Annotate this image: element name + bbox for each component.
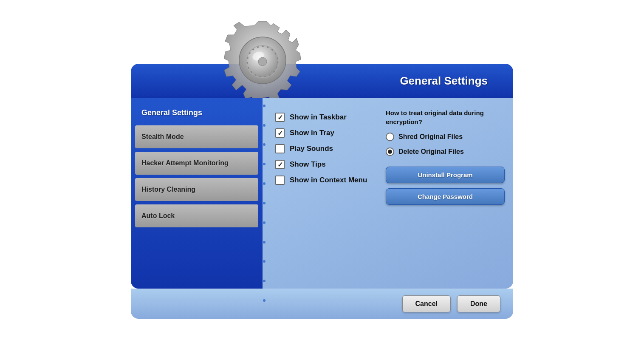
radio-delete-label: Delete Original Files bbox=[398, 148, 464, 156]
checkbox-play-sounds-label: Play Sounds bbox=[290, 144, 333, 153]
content-area: Show in Taskbar Show in Tray Play Sounds bbox=[263, 98, 513, 289]
done-button[interactable]: Done bbox=[457, 295, 500, 312]
sidebar-item-auto-lock[interactable]: Auto Lock bbox=[135, 204, 258, 227]
sidebar-item-history-cleaning[interactable]: History Cleaning bbox=[135, 178, 258, 201]
checkbox-show-tips-box[interactable] bbox=[275, 160, 285, 169]
checkbox-show-tray[interactable]: Show in Tray bbox=[275, 128, 377, 138]
change-password-button[interactable]: Change Password bbox=[386, 188, 505, 205]
checkbox-show-tray-box[interactable] bbox=[275, 128, 285, 138]
right-panel: How to treat original data during encryp… bbox=[386, 108, 505, 282]
radio-shred[interactable]: Shred Original Files bbox=[386, 133, 505, 141]
dialog-wrapper: General Settings General Settings Stealt… bbox=[131, 21, 513, 319]
checkbox-show-context-menu-box[interactable] bbox=[275, 176, 285, 185]
checkbox-show-tray-label: Show in Tray bbox=[290, 129, 334, 137]
svg-point-3 bbox=[258, 57, 267, 66]
checkbox-show-taskbar-box[interactable] bbox=[275, 113, 285, 122]
radio-shred-label: Shred Original Files bbox=[398, 133, 463, 141]
sidebar: General Settings Stealth Mode Hacker Att… bbox=[131, 98, 263, 289]
sidebar-item-hacker-attempt[interactable]: Hacker Attempt Monitoring bbox=[135, 152, 258, 175]
gear-icon bbox=[224, 21, 301, 98]
checkbox-show-tips-label: Show Tips bbox=[290, 160, 326, 169]
checkbox-play-sounds-box[interactable] bbox=[275, 144, 285, 153]
dialog-main: General Settings General Settings Stealt… bbox=[131, 64, 513, 319]
sidebar-title: General Settings bbox=[135, 102, 263, 124]
checkbox-show-context-menu-label: Show in Context Menu bbox=[290, 176, 367, 184]
radio-delete-circle[interactable] bbox=[386, 147, 394, 156]
left-checkboxes: Show in Taskbar Show in Tray Play Sounds bbox=[275, 108, 377, 282]
uninstall-button[interactable]: Uninstall Program bbox=[386, 167, 505, 183]
checkbox-show-taskbar[interactable]: Show in Taskbar bbox=[275, 113, 377, 122]
sidebar-item-stealth-mode[interactable]: Stealth Mode bbox=[135, 125, 258, 148]
dialog-title: General Settings bbox=[400, 74, 488, 88]
action-buttons: Uninstall Program Change Password bbox=[386, 167, 505, 205]
checkbox-show-taskbar-label: Show in Taskbar bbox=[290, 113, 347, 122]
cancel-button[interactable]: Cancel bbox=[402, 295, 451, 312]
radio-delete[interactable]: Delete Original Files bbox=[386, 147, 505, 156]
checkbox-show-context-menu[interactable]: Show in Context Menu bbox=[275, 176, 377, 185]
checkbox-play-sounds[interactable]: Play Sounds bbox=[275, 144, 377, 153]
encryption-question: How to treat original data during encryp… bbox=[386, 108, 505, 126]
dialog-footer: Cancel Done bbox=[131, 289, 513, 319]
checkboxes-section: Show in Taskbar Show in Tray Play Sounds bbox=[275, 108, 505, 282]
checkbox-show-tips[interactable]: Show Tips bbox=[275, 160, 377, 169]
dialog-body: General Settings Stealth Mode Hacker Att… bbox=[131, 98, 513, 289]
dialog-header: General Settings bbox=[131, 64, 513, 98]
radio-shred-circle[interactable] bbox=[386, 133, 394, 141]
